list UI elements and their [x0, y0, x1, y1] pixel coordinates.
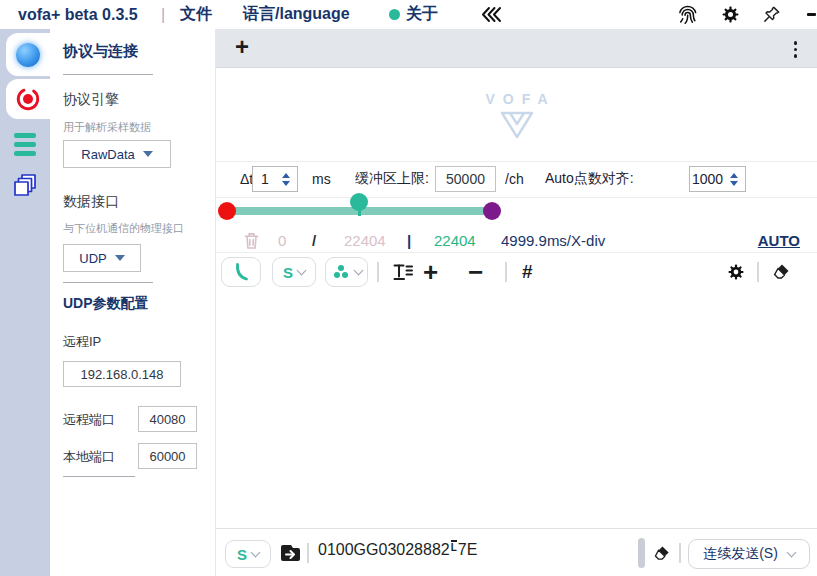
titlebar-separator: | [161, 0, 165, 29]
interface-select[interactable]: UDP [63, 244, 141, 272]
count-slash: / [312, 227, 316, 253]
divider [63, 476, 135, 477]
send-icon [279, 542, 302, 564]
s-format-icon: S [237, 546, 247, 563]
divider [216, 252, 817, 253]
send-payload-text[interactable]: 0100GG03028882 L 7E [318, 541, 477, 559]
send-format-dropdown[interactable]: S [225, 540, 271, 568]
received-count: 22404 [434, 227, 476, 253]
sendbar-separator [679, 543, 681, 563]
sidebar-item-connection[interactable] [6, 33, 50, 76]
send-widget-dropdown[interactable]: S [272, 257, 316, 287]
interface-hint: 与下位机通信的物理接口 [63, 221, 184, 236]
auto-align-label: Auto点数对齐: [545, 163, 634, 195]
menu-file[interactable]: 文件 [180, 0, 212, 29]
edge-dash-icon[interactable] [807, 13, 816, 16]
slider-position-handle[interactable] [350, 193, 368, 211]
clear-plot-button[interactable] [771, 257, 791, 287]
tab-menu-icon[interactable] [794, 41, 798, 58]
curve-widget-button[interactable] [221, 257, 261, 287]
slider-end-handle[interactable] [483, 202, 501, 220]
remote-port-field[interactable] [138, 406, 197, 432]
interface-select-value: UDP [79, 251, 106, 266]
pin-icon[interactable] [762, 0, 781, 29]
count-pipe: | [407, 227, 411, 253]
buffer-unit: /ch [505, 163, 524, 195]
hash-grid-button[interactable]: # [522, 257, 533, 287]
divider [216, 161, 817, 162]
vofa-watermark: VOFA [216, 91, 817, 140]
toolbar-separator [757, 262, 759, 282]
trash-icon[interactable] [243, 227, 260, 253]
toolbar-separator [505, 262, 507, 282]
titlebar: vofa+ beta 0.3.5 | 文件 语言/language 关于 [0, 0, 817, 29]
watermark-text: VOFA [216, 91, 817, 107]
sidebar-item-record[interactable] [6, 79, 50, 119]
chevron-down-icon [297, 265, 307, 275]
gear-icon [727, 263, 745, 281]
config-panel: 协议与连接 协议引擎 用于解析采样数据 RawData 数据接口 与下位机通信的… [50, 29, 216, 576]
s-widget-icon: S [283, 264, 293, 281]
dt-input[interactable] [253, 171, 277, 187]
curve-icon [231, 262, 251, 282]
stepper-arrows-icon[interactable] [277, 173, 295, 186]
hamburger-icon [14, 133, 36, 156]
send-mode-dropdown[interactable]: 连续发送(S) [688, 539, 810, 569]
legend-text-icon [392, 262, 414, 282]
sidebar-item-windows[interactable] [0, 167, 50, 203]
dt-stepper[interactable] [252, 166, 298, 192]
divider [63, 282, 153, 283]
interface-label: 数据接口 [63, 193, 119, 211]
plot-settings-button[interactable] [727, 257, 745, 287]
buffer-limit-field[interactable] [435, 166, 496, 192]
cleared-count: 0 [278, 227, 286, 253]
plot-canvas[interactable] [216, 290, 817, 528]
sidebar-item-list[interactable] [0, 129, 50, 159]
remote-port-label: 远程端口 [63, 411, 115, 429]
send-bar: S 0100GG03028882 L 7E [216, 528, 817, 576]
remote-ip-field[interactable] [63, 361, 181, 387]
main-area: + VOFA Δt: ms 缓冲区上限: /ch Auto点数对齐: [216, 29, 817, 576]
buffer-range-slider [216, 199, 817, 227]
stepper-arrows-icon[interactable] [725, 173, 743, 186]
local-port-field[interactable] [138, 443, 197, 469]
menu-language[interactable]: 语言/language [243, 0, 350, 29]
cluster-widget-dropdown[interactable] [325, 257, 368, 287]
tab-bar: + [216, 29, 817, 68]
blue-sphere-icon [16, 43, 40, 67]
widget-toolbar: S + − # [216, 255, 817, 289]
engine-select-value: RawData [81, 147, 134, 162]
add-channel-button[interactable]: + [423, 257, 438, 287]
icon-strip [0, 29, 50, 576]
sampling-controls: Δt: ms 缓冲区上限: /ch Auto点数对齐: [216, 163, 817, 195]
clear-send-button[interactable] [652, 544, 671, 563]
dt-unit: ms [312, 163, 331, 195]
chevron-down-icon [115, 255, 125, 261]
settings-gear-icon[interactable] [721, 0, 740, 29]
chevron-down-icon [143, 151, 153, 157]
buffer-limit-label: 缓冲区上限: [355, 163, 429, 195]
eraser-icon [652, 544, 671, 563]
divider [216, 197, 817, 198]
eraser-icon [771, 262, 791, 282]
auto-align-input[interactable] [690, 171, 725, 187]
local-port-label: 本地端口 [63, 448, 115, 466]
payload-prefix: 0100GG03028882 [318, 541, 450, 559]
auto-scale-link[interactable]: AUTO [758, 227, 800, 253]
app-title: vofa+ beta 0.3.5 [18, 0, 138, 29]
legend-text-button[interactable] [392, 257, 414, 287]
auto-align-stepper[interactable] [689, 166, 746, 192]
add-tab-button[interactable]: + [235, 33, 249, 61]
menu-about[interactable]: 关于 [406, 0, 438, 29]
fingerprint-icon[interactable] [676, 0, 699, 29]
collapse-panel-icon[interactable] [480, 0, 502, 29]
vofa-logo-icon [498, 110, 536, 140]
slider-start-handle[interactable] [218, 202, 236, 220]
about-status-dot-icon [389, 0, 400, 29]
remove-channel-button[interactable]: − [468, 257, 483, 287]
engine-select[interactable]: RawData [63, 140, 171, 168]
send-payload-button[interactable] [279, 542, 302, 564]
sendbar-scrollbar[interactable] [638, 538, 645, 568]
panel-title: 协议与连接 [63, 42, 138, 61]
vofa-app-window: vofa+ beta 0.3.5 | 文件 语言/language 关于 [0, 0, 817, 576]
